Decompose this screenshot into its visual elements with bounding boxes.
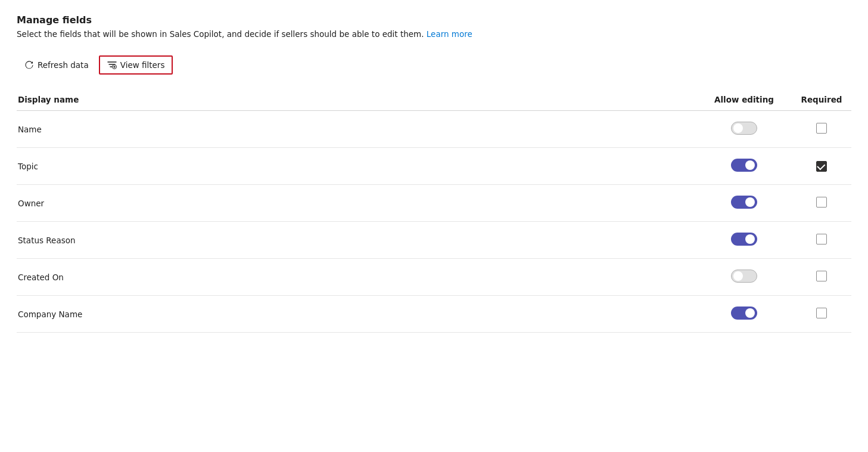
editing-toggle[interactable] (731, 122, 757, 135)
col-header-required: Required (792, 89, 851, 111)
table-row: Created On (17, 259, 851, 296)
field-editing-cell (696, 296, 792, 333)
table-row: Status Reason (17, 222, 851, 259)
fields-table: Display name Allow editing Required Name… (17, 89, 851, 333)
col-header-display: Display name (17, 89, 696, 111)
view-filters-label: View filters (120, 60, 165, 70)
field-editing-cell (696, 148, 792, 185)
required-checkbox[interactable] (816, 123, 827, 134)
table-row: Owner (17, 185, 851, 222)
field-editing-cell (696, 185, 792, 222)
required-checkbox[interactable] (816, 308, 827, 318)
required-checkbox[interactable] (816, 234, 827, 244)
field-display-name: Status Reason (17, 222, 696, 259)
view-filters-button[interactable]: View filters (99, 55, 173, 75)
table-row: Company Name (17, 296, 851, 333)
table-row: Topic (17, 148, 851, 185)
required-checkbox[interactable] (816, 161, 827, 172)
required-checkbox[interactable] (816, 197, 827, 208)
learn-more-link[interactable]: Learn more (427, 29, 472, 39)
field-required-cell (792, 259, 851, 296)
refresh-icon (24, 60, 34, 70)
refresh-data-label: Refresh data (38, 60, 89, 70)
field-display-name: Company Name (17, 296, 696, 333)
field-required-cell (792, 148, 851, 185)
field-display-name: Owner (17, 185, 696, 222)
editing-toggle[interactable] (731, 307, 757, 320)
editing-toggle[interactable] (731, 196, 757, 209)
field-display-name: Topic (17, 148, 696, 185)
field-required-cell (792, 111, 851, 148)
refresh-data-button[interactable]: Refresh data (17, 56, 97, 74)
required-checkbox[interactable] (816, 271, 827, 281)
field-editing-cell (696, 111, 792, 148)
field-editing-cell (696, 259, 792, 296)
toolbar: Refresh data View filters (17, 55, 851, 75)
col-header-editing: Allow editing (696, 89, 792, 111)
field-required-cell (792, 185, 851, 222)
page-subtitle: Select the fields that will be shown in … (17, 29, 851, 39)
page-title: Manage fields (17, 14, 851, 26)
field-display-name: Name (17, 111, 696, 148)
table-row: Name (17, 111, 851, 148)
editing-toggle[interactable] (731, 159, 757, 172)
field-required-cell (792, 222, 851, 259)
filter-icon (107, 60, 117, 70)
field-required-cell (792, 296, 851, 333)
subtitle-text: Select the fields that will be shown in … (17, 29, 424, 39)
field-display-name: Created On (17, 259, 696, 296)
editing-toggle[interactable] (731, 233, 757, 246)
page-header: Manage fields Select the fields that wil… (17, 14, 851, 39)
field-editing-cell (696, 222, 792, 259)
editing-toggle[interactable] (731, 270, 757, 283)
